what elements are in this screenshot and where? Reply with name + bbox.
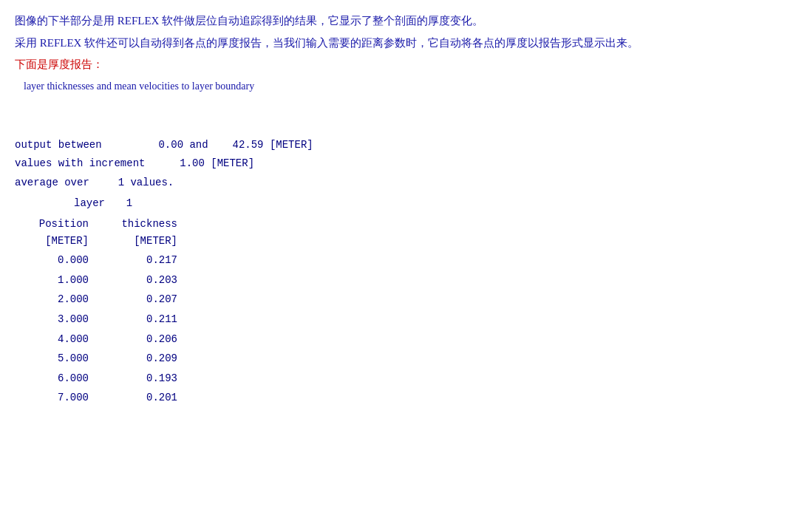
table-row: 6.0000.193: [15, 369, 792, 389]
chinese-line-2: 采用 REFLEX 软件还可以自动得到各点的厚度报告，当我们输入需要的距离参数时…: [15, 34, 792, 53]
layer-number: 1: [126, 197, 132, 209]
thickness-header: thickness: [103, 216, 177, 233]
output-max-value: 42.59: [232, 139, 263, 151]
table-row: 7.0000.201: [15, 388, 792, 408]
thickness-cell: 0.201: [103, 388, 177, 408]
position-cell: 3.000: [15, 310, 103, 330]
position-cell: 7.000: [15, 388, 103, 408]
increment-unit: [METER]: [211, 157, 254, 169]
layer-label: layer: [74, 197, 105, 209]
table-row: 4.0000.206: [15, 330, 792, 349]
values-increment-label: values with increment: [15, 157, 145, 169]
position-cell: 0.000: [15, 250, 103, 270]
output-between-line: output between 0.00 and 42.59 [METER]: [15, 137, 792, 154]
thickness-cell: 0.193: [103, 369, 177, 389]
position-cell: 6.000: [15, 369, 103, 389]
table-row: 5.0000.209: [15, 349, 792, 369]
chinese-line-1: 图像的下半部分是用 REFLEX 软件做层位自动追踪得到的结果，它显示了整个剖面…: [15, 12, 792, 31]
table-row: 0.0000.217: [15, 250, 792, 270]
output-between-label: output between: [15, 139, 102, 151]
position-header: Position: [15, 216, 103, 233]
thickness-cell: 0.209: [103, 349, 177, 369]
average-values: 1 values.: [118, 177, 174, 188]
thickness-unit: [METER]: [103, 233, 177, 250]
thickness-cell: 0.207: [103, 290, 177, 310]
thickness-cell: 0.211: [103, 310, 177, 330]
average-line: average over 1 values.: [15, 174, 792, 192]
position-cell: 4.000: [15, 330, 103, 349]
table-units: [METER] [METER]: [15, 233, 792, 250]
thickness-cell: 0.206: [103, 330, 177, 349]
output-unit: [METER]: [270, 139, 313, 151]
chinese-red-label: 下面是厚度报告：: [15, 55, 792, 75]
table-row: 3.0000.211: [15, 310, 792, 330]
position-cell: 5.000: [15, 349, 103, 369]
position-cell: 1.000: [15, 270, 103, 290]
values-increment-line: values with increment 1.00 [METER]: [15, 155, 792, 173]
thickness-cell: 0.203: [103, 270, 177, 290]
position-unit: [METER]: [15, 233, 103, 250]
increment-value: 1.00: [180, 157, 205, 169]
output-and-label: and: [189, 139, 208, 151]
layer-header-line: layer 1: [74, 195, 792, 213]
output-min-value: 0.00: [158, 139, 183, 151]
table-row: 2.0000.207: [15, 290, 792, 310]
table-row: 1.0000.203: [15, 270, 792, 290]
position-cell: 2.000: [15, 290, 103, 310]
table-headers: Position thickness: [15, 216, 792, 233]
thickness-cell: 0.217: [103, 250, 177, 270]
average-label: average over: [15, 177, 89, 188]
layer-desc-text: layer thicknesses and mean velocities to…: [24, 81, 792, 92]
